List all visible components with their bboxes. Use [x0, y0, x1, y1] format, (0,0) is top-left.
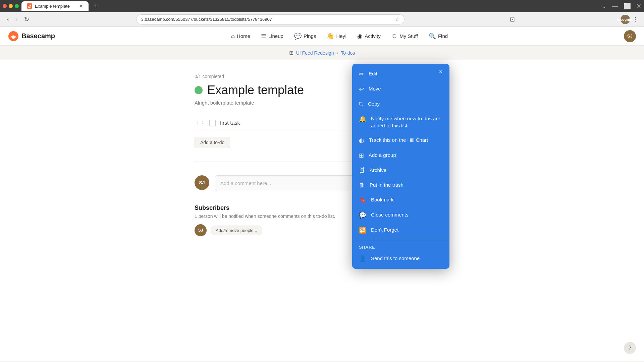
tab-close-button[interactable]: ✕	[79, 3, 83, 9]
add-todo-button[interactable]: Add a to-do	[195, 137, 230, 148]
todo-checkbox[interactable]	[209, 120, 216, 126]
back-button[interactable]: ‹	[5, 14, 10, 24]
breadcrumb-current-page[interactable]: To-dos	[341, 50, 355, 56]
basecamp-nav: Basecamp ⌂ Home ☰ Lineup 💬 Pings 👋 Hey! …	[0, 27, 644, 46]
menu-item-bookmark[interactable]: 🔖 Bookmark	[352, 192, 449, 207]
menu-divider	[352, 240, 449, 240]
menu-item-add-group[interactable]: ⊞ Add a group	[352, 148, 449, 163]
menu-item-notify[interactable]: 🔔 Notify me when new to-dos are added to…	[352, 111, 449, 133]
nav-label-mystuff: My Stuff	[399, 33, 418, 39]
breadcrumb-bar: ⊞ UI Feed Redesign › To-dos	[0, 46, 644, 60]
menu-label-copy: Copy	[368, 100, 380, 107]
menu-item-archive[interactable]: 🗄 Archive	[352, 163, 449, 178]
menu-label-bookmark: Bookmark	[371, 196, 394, 203]
notify-icon: 🔔	[359, 115, 366, 123]
nav-label-lineup: Lineup	[268, 33, 283, 39]
nav-item-lineup[interactable]: ☰ Lineup	[256, 30, 288, 43]
breadcrumb-project-link[interactable]: UI Feed Redesign	[296, 50, 334, 56]
menu-label-add-group: Add a group	[369, 152, 396, 159]
menu-item-trash[interactable]: 🗑 Put in the trash	[352, 178, 449, 192]
menu-label-archive: Archive	[370, 167, 386, 174]
menu-label-notify: Notify me when new to-dos are added to t…	[371, 115, 443, 129]
breadcrumb: ⊞ UI Feed Redesign › To-dos	[289, 50, 355, 56]
minimize-icon[interactable]: —	[612, 3, 618, 10]
logo[interactable]: Basecamp	[8, 31, 55, 42]
tab-title: Example template	[35, 4, 70, 9]
address-bar-row: ‹ › ↻ 3.basecamp.com/5550377/buckets/313…	[0, 12, 644, 27]
hey-icon: 👋	[327, 33, 334, 40]
send-icon: 👤	[359, 255, 366, 262]
add-people-button[interactable]: Add/remove people...	[211, 226, 262, 235]
nav-label-hey: Hey!	[336, 33, 346, 39]
project-icon: ⊞	[289, 50, 293, 56]
close-window-button[interactable]	[3, 4, 7, 8]
find-icon: 🔍	[429, 33, 436, 40]
user-avatar[interactable]: SJ	[624, 30, 636, 42]
subscriber-avatar: SJ	[195, 224, 207, 236]
minimize-window-button[interactable]	[9, 4, 13, 8]
address-bar[interactable]: 3.basecamp.com/5550377/buckets/31325815/…	[136, 14, 405, 24]
menu-label-close-comments: Close comments	[371, 211, 409, 218]
todo-label: first task	[220, 120, 240, 126]
menu-label-move: Move	[369, 85, 381, 92]
new-tab-button[interactable]: +	[91, 2, 101, 10]
drag-handle-icon[interactable]: ⋮⋮	[195, 120, 205, 126]
menu-label-send: Send this to someone	[371, 255, 420, 262]
forward-button[interactable]: ›	[14, 14, 19, 24]
nav-item-hey[interactable]: 👋 Hey!	[322, 30, 351, 43]
menu-item-close-comments[interactable]: 💬 Close comments	[352, 207, 449, 223]
menu-item-hill-chart[interactable]: ◐ Track this on the Hill Chart	[352, 133, 449, 148]
lineup-icon: ☰	[261, 33, 266, 40]
menu-item-edit[interactable]: ✏ Edit	[352, 66, 449, 81]
menu-item-copy[interactable]: ⧉ Copy	[352, 97, 449, 111]
nav-item-activity[interactable]: ◉ Activity	[353, 30, 385, 43]
status-dot	[195, 86, 203, 94]
archive-icon: 🗄	[359, 167, 365, 174]
menu-item-dont-forget[interactable]: 🔁 Don't Forget	[352, 223, 449, 238]
window-controls	[3, 4, 19, 8]
content-area: 0/1 completed Example template Alright b…	[0, 60, 644, 361]
menu-label-trash: Put in the trash	[370, 181, 404, 188]
nav-label-pings: Pings	[304, 33, 316, 39]
browser-menu-icon[interactable]: ⋮	[633, 16, 639, 23]
bookmark-icon[interactable]: ☆	[395, 16, 399, 22]
nav-item-home[interactable]: ⌂ Home	[226, 30, 255, 42]
restore-icon[interactable]: ⬜	[624, 2, 631, 10]
tab-favicon: 🏕	[27, 3, 32, 9]
close-menu-button[interactable]: ×	[437, 68, 445, 76]
help-button[interactable]: ?	[624, 342, 636, 354]
menu-label-edit: Edit	[369, 70, 377, 77]
logo-text: Basecamp	[21, 32, 55, 40]
maximize-window-button[interactable]	[15, 4, 19, 8]
menu-item-send[interactable]: 👤 Send this to someone	[352, 251, 449, 266]
address-url: 3.basecamp.com/5550377/buckets/31325815/…	[141, 17, 392, 22]
edit-icon: ✏	[359, 70, 364, 78]
nav-item-mystuff[interactable]: ☺ My Stuff	[387, 30, 423, 42]
pings-icon: 💬	[294, 33, 302, 40]
sidebar-toggle-icon[interactable]: ⊡	[510, 16, 515, 23]
chevron-down-icon: ⌄	[602, 2, 607, 10]
svg-point-1	[12, 36, 15, 39]
browser-chrome: 🏕 Example template ✕ + ⌄ — ⬜ ✕	[0, 0, 644, 12]
menu-item-move[interactable]: ↩ Move	[352, 81, 449, 97]
nav-item-pings[interactable]: 💬 Pings	[289, 30, 321, 43]
share-section-label: Share	[352, 242, 449, 251]
dont-forget-icon: 🔁	[359, 227, 366, 234]
mystuff-icon: ☺	[391, 33, 397, 40]
bookmark-menu-icon: 🔖	[359, 196, 366, 204]
close-browser-icon[interactable]: ✕	[636, 2, 641, 10]
nav-item-find[interactable]: 🔍 Find	[424, 30, 452, 43]
add-group-icon: ⊞	[359, 152, 364, 159]
browser-tab[interactable]: 🏕 Example template ✕	[21, 1, 89, 11]
home-icon: ⌂	[231, 33, 235, 40]
copy-icon: ⧉	[359, 101, 363, 108]
nav-links: ⌂ Home ☰ Lineup 💬 Pings 👋 Hey! ◉ Activit…	[66, 30, 613, 43]
activity-icon: ◉	[357, 33, 363, 40]
move-icon: ↩	[359, 85, 364, 93]
close-comments-icon: 💬	[359, 212, 366, 219]
reload-button[interactable]: ↻	[23, 14, 31, 24]
menu-label-hill-chart: Track this on the Hill Chart	[369, 136, 428, 143]
nav-label-find: Find	[438, 33, 448, 39]
menu-label-dont-forget: Don't Forget	[371, 226, 398, 233]
profile-button[interactable]: Incognito	[621, 15, 630, 24]
